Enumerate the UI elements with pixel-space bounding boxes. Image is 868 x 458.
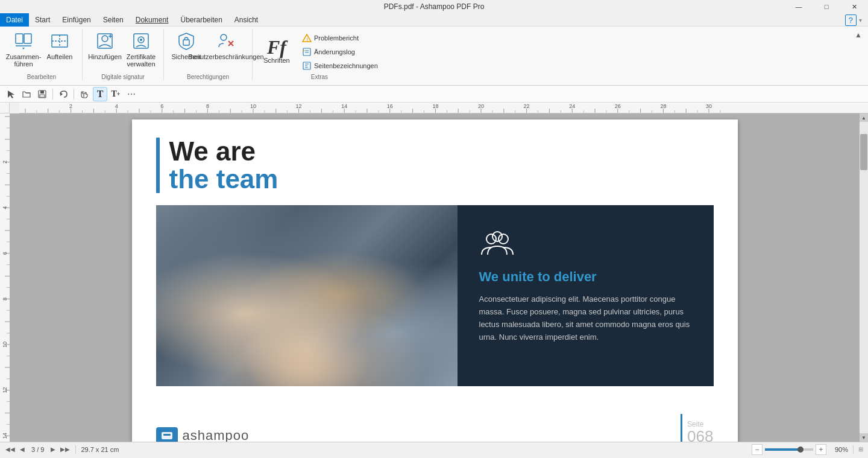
prev-page-button[interactable]: ◀ xyxy=(17,444,28,455)
aufteilen-button[interactable]: Aufteilen xyxy=(42,29,77,72)
page-navigation: ◀◀ ◀ 3 / 9 ▶ ▶▶ xyxy=(5,444,71,455)
pdf-scroll-area[interactable]: We are the team xyxy=(10,113,860,442)
toolbar-separator-2 xyxy=(74,89,74,100)
more-tools-button[interactable]: ⋯ xyxy=(124,87,139,101)
svg-rect-0 xyxy=(16,34,23,43)
svg-marker-3 xyxy=(22,48,25,49)
ruler-corner xyxy=(0,103,10,113)
svg-point-15 xyxy=(221,34,227,40)
zoom-slider-fill xyxy=(765,448,799,451)
status-separator-1 xyxy=(75,445,76,454)
problembericht-button[interactable]: ! Problembericht xyxy=(298,31,382,45)
hinzufuegen-button[interactable]: Hinzufügen xyxy=(87,29,122,72)
dark-right-panel: We unite to deliver Aconsectetuer adipis… xyxy=(458,205,714,386)
ribbon-group-bearbeiten: Zusammen­führen Aufteilen Bearbeiten xyxy=(4,29,83,80)
zertifikate-label: Zertifikateverwalten xyxy=(127,53,156,68)
help-label: ▾ xyxy=(859,17,862,24)
unite-title: We unite to deliver xyxy=(479,269,692,285)
ashampoo-logo: ashampoo xyxy=(156,427,250,442)
main-area: We are the team xyxy=(0,113,868,442)
close-button[interactable]: ✕ xyxy=(840,0,868,13)
svg-rect-20 xyxy=(303,48,310,56)
titlebar: PDFs.pdf - Ashampoo PDF Pro — □ ✕ xyxy=(0,0,868,13)
unite-body: Aconsectetuer adipiscing elit. Maecenas … xyxy=(479,293,692,343)
hands-overlay xyxy=(186,296,427,386)
menu-ansicht[interactable]: Ansicht xyxy=(228,13,264,27)
svg-rect-1 xyxy=(24,34,31,43)
page-footer: ashampoo Seite 068 xyxy=(132,404,738,442)
bearbeiten-group-label: Bearbeiten xyxy=(27,74,56,80)
select-tool-button[interactable] xyxy=(4,87,18,101)
maximize-button[interactable]: □ xyxy=(813,0,840,13)
hinzufuegen-label: Hinzufügen xyxy=(88,53,122,60)
pdf-page: We are the team xyxy=(132,119,738,442)
benutzerbeschraenkungen-button[interactable]: Benutzerbeschränkungen xyxy=(205,29,247,72)
scroll-track[interactable] xyxy=(860,122,868,433)
svg-rect-32 xyxy=(40,95,45,97)
problembericht-label: Problembericht xyxy=(314,34,359,42)
statusbar: ◀◀ ◀ 3 / 9 ▶ ▶▶ 29.7 x 21 cm − + 90% ⊞ xyxy=(0,442,868,456)
ribbon-collapse-button[interactable]: ▲ xyxy=(852,29,864,41)
page-dimensions: 29.7 x 21 cm xyxy=(81,446,119,453)
svg-point-23 xyxy=(303,50,304,51)
text-tool-button[interactable]: T xyxy=(93,87,107,101)
menubar: Datei Start Einfügen Seiten Dokument Übe… xyxy=(0,13,868,27)
schriften-button[interactable]: Ff Schriften xyxy=(257,29,296,72)
logo-icon xyxy=(156,427,178,442)
undo-button[interactable] xyxy=(56,87,71,101)
page-number: 068 xyxy=(687,428,713,442)
team-icon xyxy=(479,229,692,259)
sicherheit-button[interactable]: Sicherheit xyxy=(169,29,204,72)
sicherheit-icon xyxy=(177,31,196,51)
ribbon-group-extras: Ff Schriften ! Problembericht xyxy=(255,29,386,80)
aufteilen-icon xyxy=(50,31,69,51)
team-photo-inner xyxy=(156,205,458,386)
pdf-page-content: We are the team xyxy=(132,119,738,404)
svg-rect-38 xyxy=(163,434,171,436)
minimize-button[interactable]: — xyxy=(785,0,813,13)
menu-einfuegen[interactable]: Einfügen xyxy=(56,13,96,27)
ribbon-content: Zusammen­führen Aufteilen Bearbeiten xyxy=(4,29,864,80)
window-title: PDFs.pdf - Ashampoo PDF Pro xyxy=(384,2,485,11)
logo-text: ashampoo xyxy=(183,428,250,442)
zoom-slider-thumb[interactable] xyxy=(797,447,804,453)
zertifikate-icon xyxy=(131,31,151,51)
zoom-out-button[interactable]: − xyxy=(752,444,763,455)
menu-start[interactable]: Start xyxy=(29,13,56,27)
open-button[interactable] xyxy=(19,87,34,101)
vertical-scrollbar[interactable]: ▲ ▼ xyxy=(860,113,868,442)
ribbon-group-berechtigungen: Sicherheit Benutzerbeschränkungen xyxy=(166,29,253,80)
hand-tool-button[interactable] xyxy=(77,87,92,101)
menu-datei[interactable]: Datei xyxy=(0,13,29,27)
zusammenfuehren-button[interactable]: Zusammen­führen xyxy=(6,29,41,72)
zoom-slider[interactable] xyxy=(765,448,813,451)
help-button[interactable]: ? xyxy=(845,14,857,26)
menu-ueberarbeiten[interactable]: Überarbeiten xyxy=(174,13,228,27)
aenderungslog-button[interactable]: Änderungslog xyxy=(298,45,382,59)
team-photo xyxy=(156,205,458,386)
save-button[interactable] xyxy=(35,87,49,101)
zoom-controls: − + 90% xyxy=(752,444,848,455)
menu-seiten[interactable]: Seiten xyxy=(97,13,130,27)
text2-tool-button[interactable]: T+ xyxy=(108,87,123,101)
ruler-canvas xyxy=(19,103,860,113)
benutzerbeschraenkungen-icon xyxy=(216,31,236,51)
zertifikate-button[interactable]: Zertifikateverwalten xyxy=(124,29,159,72)
scroll-thumb[interactable] xyxy=(860,134,867,170)
svg-point-35 xyxy=(498,234,508,244)
seitenbezeichnungen-button[interactable]: Seitenbezeichnungen xyxy=(298,59,382,72)
aenderungslog-label: Änderungslog xyxy=(314,48,355,56)
extras-content: Ff Schriften ! Problembericht xyxy=(257,29,382,72)
menu-dokument[interactable]: Dokument xyxy=(130,13,175,27)
ribbon: Zusammen­führen Aufteilen Bearbeiten xyxy=(0,27,868,86)
next-page-button[interactable]: ▶ xyxy=(48,444,58,455)
vertical-ruler-canvas xyxy=(0,113,10,442)
toolbar-separator-1 xyxy=(52,89,53,100)
first-page-button[interactable]: ◀◀ xyxy=(5,444,16,455)
signatur-group-label: Digitale signatur xyxy=(101,74,145,80)
last-page-button[interactable]: ▶▶ xyxy=(60,444,71,455)
zoom-in-button[interactable]: + xyxy=(816,444,826,455)
scroll-down-button[interactable]: ▼ xyxy=(860,433,868,442)
headline-text: We are the team xyxy=(169,138,278,193)
scroll-up-button[interactable]: ▲ xyxy=(860,113,868,122)
